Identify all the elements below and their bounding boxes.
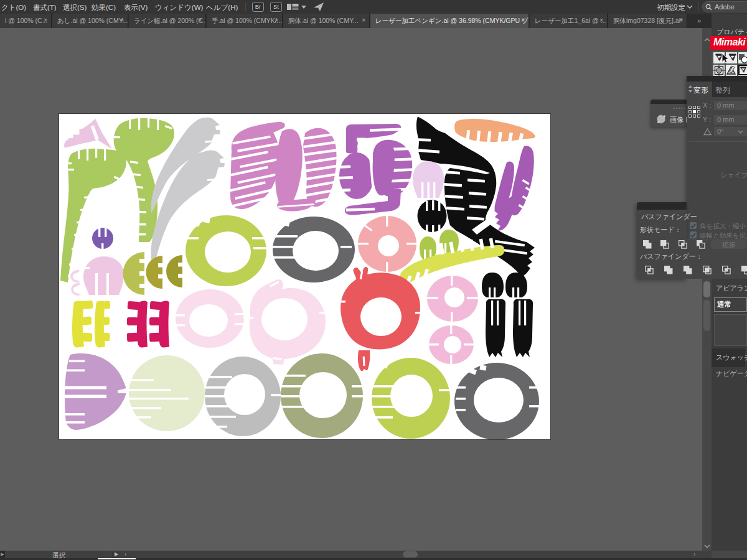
svg-text::: : [712, 129, 713, 136]
